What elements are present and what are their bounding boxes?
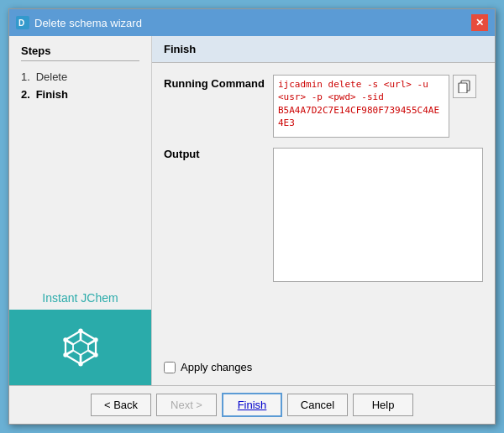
- cancel-button[interactable]: Cancel: [287, 394, 348, 416]
- main-content: Finish Running Command: [152, 36, 495, 385]
- back-button[interactable]: < Back: [91, 394, 151, 416]
- content-area: Running Command Output: [152, 63, 495, 385]
- output-text-area[interactable]: [273, 148, 483, 282]
- copy-icon: [458, 80, 471, 93]
- svg-rect-17: [459, 83, 467, 93]
- title-bar-left: D Delete schema wizard: [16, 16, 142, 29]
- steps-section: Steps 1. Delete 2. Finish: [9, 36, 151, 286]
- title-bar: D Delete schema wizard ✕: [9, 9, 495, 36]
- sidebar: Steps 1. Delete 2. Finish Instant JChem: [9, 36, 152, 385]
- next-button[interactable]: Next >: [156, 394, 217, 416]
- output-row: Output: [164, 148, 483, 347]
- hex-logo-icon: [58, 325, 103, 370]
- step-2-num: 2.: [21, 88, 33, 101]
- apply-changes-checkbox[interactable]: [164, 362, 176, 373]
- svg-point-14: [63, 352, 67, 357]
- svg-point-11: [93, 337, 97, 342]
- step-1-label: Delete: [36, 70, 68, 83]
- copy-button[interactable]: [453, 75, 476, 98]
- brand-text-box: Instant JChem: [9, 286, 151, 310]
- section-header: Finish: [152, 36, 495, 63]
- running-command-label: Running Command: [164, 75, 265, 90]
- brand-area: Instant JChem: [9, 286, 151, 385]
- footer: < Back Next > Finish Cancel Help: [9, 385, 495, 424]
- step-item-2: 2. Finish: [21, 86, 139, 103]
- steps-title: Steps: [21, 44, 139, 61]
- command-text-area[interactable]: [273, 75, 449, 138]
- brand-text: Instant JChem: [42, 291, 118, 305]
- close-button[interactable]: ✕: [471, 14, 488, 31]
- svg-point-15: [63, 337, 67, 342]
- dialog-title: Delete schema wizard: [34, 17, 142, 29]
- apply-changes-label: Apply changes: [181, 361, 252, 373]
- svg-point-12: [93, 352, 97, 357]
- step-item-1: 1. Delete: [21, 68, 139, 86]
- finish-button[interactable]: Finish: [222, 393, 282, 417]
- help-button[interactable]: Help: [353, 394, 413, 416]
- dialog-window: D Delete schema wizard ✕ Steps 1. Delete…: [8, 8, 496, 425]
- svg-marker-9: [73, 340, 88, 355]
- command-wrapper: [273, 75, 483, 138]
- steps-list: 1. Delete 2. Finish: [21, 68, 139, 103]
- icon-box: [9, 310, 151, 385]
- running-command-row: Running Command: [164, 75, 483, 138]
- apply-changes-row: Apply changes: [164, 361, 483, 373]
- svg-text:D: D: [18, 18, 24, 28]
- app-icon: D: [16, 16, 29, 29]
- svg-point-13: [78, 362, 82, 366]
- step-1-num: 1.: [21, 70, 33, 83]
- svg-point-10: [78, 329, 82, 333]
- step-2-label: Finish: [36, 88, 68, 101]
- output-label: Output: [164, 148, 265, 160]
- dialog-body: Steps 1. Delete 2. Finish Instant JChem: [9, 36, 495, 385]
